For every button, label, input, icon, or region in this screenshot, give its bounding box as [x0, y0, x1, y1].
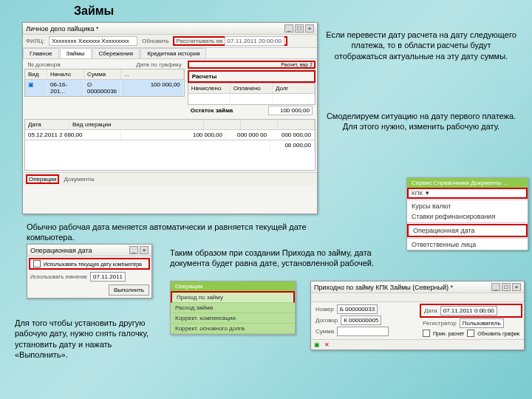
sched-cell-3: 000 000,00 — [270, 130, 315, 140]
slide-title: Займы — [74, 4, 114, 18]
doc-sum-input[interactable] — [337, 327, 389, 336]
dlg-close[interactable]: × — [140, 246, 149, 254]
main-title: Личное дело пайщика * — [26, 25, 98, 33]
highlight-calc-var: Расчет, вар 2 — [188, 61, 316, 69]
menu-item-refi[interactable]: Ставки рефинансирования — [407, 211, 528, 222]
label-name: ФИЛЦ: — [26, 38, 44, 44]
tab-loans[interactable]: Займы — [60, 48, 92, 58]
note-4: Таким образом при создании Прихода по за… — [170, 248, 406, 269]
tab-main[interactable]: Главное — [23, 48, 59, 58]
sched-cell-0: 05.12.2011 2 680,00 — [25, 130, 121, 140]
menu-head: Сервис Справочники Документы ... — [407, 178, 528, 188]
doc-num-label: Номер — [316, 306, 334, 313]
sched-cell-2: 000 000 00 — [226, 130, 270, 140]
dlg-min[interactable]: _ — [129, 246, 138, 254]
note-1: Если перевести дату расчета на дату след… — [325, 30, 517, 61]
cell-link-icon: ▣ — [25, 80, 47, 96]
close-button[interactable]: × — [305, 24, 314, 33]
ops-item-corr2[interactable]: Коррект. основного долга — [171, 324, 295, 334]
doc-close[interactable]: × — [512, 283, 521, 291]
sched-cell-1: 100 000,00 — [121, 130, 226, 140]
doc-ok-icon[interactable]: ▣ — [314, 341, 320, 348]
label-contract: № договора — [27, 61, 61, 68]
sched-cell-4: 08 000,00 — [270, 140, 315, 150]
doc-window: Приходно по займу КПК Займы (Северный) *… — [310, 281, 525, 350]
calc-on-button[interactable]: Рассчитывать на — [176, 38, 222, 44]
calc-grid: Начислено Оплачено Долг — [188, 83, 316, 105]
chk-update-label: Обновить график — [477, 331, 519, 336]
opdate-title: Операционная дата — [30, 247, 92, 254]
main-window: Личное дело пайщика * _ □ × ФИЛЦ: Хххххх… — [22, 22, 318, 214]
col-paid: Оплачено — [231, 83, 273, 93]
contracts-grid[interactable]: Вид Начало Сумма ... ▣ 06-16-201... О 00… — [24, 69, 185, 97]
schedule-grid[interactable]: Дата Вид операции 05.12.2011 2 680,00 10… — [24, 119, 316, 171]
chk-update[interactable] — [467, 330, 474, 337]
documents-button[interactable]: Документы — [64, 176, 94, 183]
doc-date-input[interactable]: 07.11.2011 0:00:00 — [440, 306, 497, 316]
menu-item-opdate[interactable]: Операционная дата — [407, 224, 528, 237]
doc-reg-input[interactable]: Пользователь — [460, 318, 504, 328]
opdate-dialog: Операционная дата _× Использовать текущу… — [27, 244, 152, 299]
menu-kpc[interactable]: КПК ▼ — [407, 188, 528, 199]
col-debt: Долг — [273, 83, 315, 93]
min-button[interactable]: _ — [284, 24, 293, 33]
doc-min[interactable]: _ — [491, 283, 500, 291]
calc-date-group: Рассчитывать на 07.11.2011 20:00:00 — [173, 36, 287, 46]
cell-sum: 100 000,00 — [121, 80, 184, 96]
main-toolbar: ФИЛЦ: Хххххххх Ххххххх Ххххххххх Обновит… — [23, 35, 317, 48]
tab-savings[interactable]: Сбережения — [92, 48, 140, 58]
menu-item-rates[interactable]: Курсы валют — [407, 201, 528, 211]
chk-label: Использовать текущую дату компьютера — [44, 262, 142, 267]
remain-value: 100 000,00 — [268, 106, 313, 115]
service-menu: Сервис Справочники Документы ... КПК ▼ К… — [406, 177, 528, 250]
main-titlebar: Личное дело пайщика * _ □ × — [23, 23, 317, 35]
cell-contract-date: 06-16-201... — [47, 80, 84, 96]
col-charged: Начислено — [188, 83, 231, 93]
doc-contract-input[interactable]: К 000000005 — [341, 316, 381, 325]
cell-contract-ref: О 000000036 — [84, 80, 121, 96]
col-start: Начало — [47, 69, 84, 79]
doc-title: Приходно по займу КПК Займы (Северный) * — [314, 284, 453, 291]
doc-sum-label: Сумма — [316, 328, 334, 335]
max-button[interactable]: □ — [295, 24, 304, 33]
doc-max[interactable]: □ — [502, 283, 511, 291]
note-2: Смоделируем ситуацию на дату первого пла… — [325, 111, 517, 132]
calc-date-input[interactable]: 07.11.2011 20:00:00 — [225, 36, 284, 46]
sched-col-op: Вид операции — [69, 120, 204, 129]
note-3: Обычно рабочая дата меняется автоматичес… — [27, 222, 322, 243]
menu-item-resp[interactable]: Ответственные лица — [407, 239, 528, 250]
sched-col-date: Дата — [25, 120, 69, 129]
doc-num-input[interactable]: Б 000000033 — [337, 304, 378, 314]
execute-button[interactable]: Выполнить — [109, 284, 149, 296]
section-calc: Расчеты — [188, 70, 316, 83]
opdate-input[interactable]: 07.11.2011 — [90, 272, 126, 282]
operations-button[interactable]: Операции — [26, 174, 59, 184]
doc-cancel-icon[interactable]: ✕ — [324, 341, 330, 348]
col-etc: ... — [121, 69, 184, 79]
use-value-label: Использовать значение — [30, 274, 87, 279]
main-tabs: Главное Займы Сбережения Кредитная истор… — [23, 48, 317, 59]
doc-date-label: Дата — [424, 307, 437, 314]
operations-menu: Операции Приход по займу Расход займа Ко… — [170, 281, 296, 335]
chk-calc[interactable] — [423, 330, 430, 337]
doc-reg-label: Регистратор — [423, 320, 457, 327]
label-date: Дата по графику — [136, 61, 181, 68]
ops-item-corr1[interactable]: Коррект. компенсации — [171, 313, 295, 324]
tab-credit[interactable]: Кредитная история — [140, 48, 206, 58]
ops-item-expense[interactable]: Расход займа — [171, 303, 295, 313]
col-sum: Сумма — [84, 69, 121, 79]
chk-calc-label: Прин. расчет — [433, 331, 464, 336]
name-field[interactable]: Хххххххх Ххххххх Ххххххххх — [49, 36, 137, 46]
col-vid: Вид — [25, 69, 47, 79]
use-current-checkbox[interactable] — [33, 260, 41, 267]
note-5: Для того чтобы установить другую рабочую… — [15, 318, 163, 360]
ops-item-income[interactable]: Приход по займу — [171, 291, 295, 303]
section-remain: Остаток займа — [191, 107, 233, 114]
doc-contract-label: Договор — [316, 317, 338, 324]
ops-head[interactable]: Операции — [171, 282, 295, 291]
refresh-button[interactable]: Обновить — [142, 38, 168, 44]
